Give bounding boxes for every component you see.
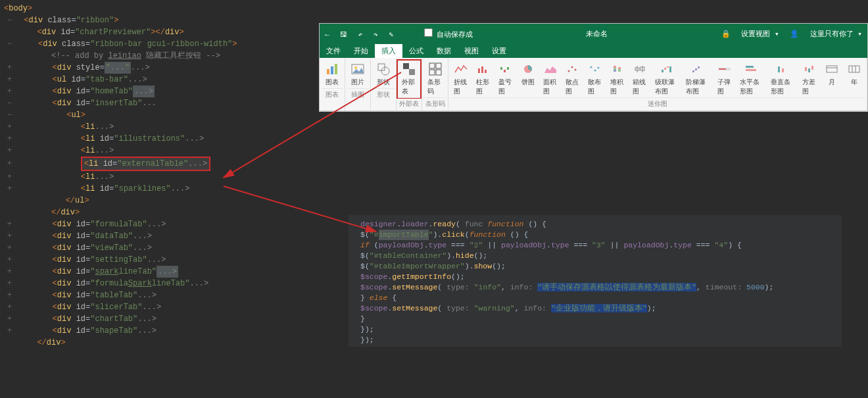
- svg-point-23: [590, 66, 592, 68]
- svg-rect-47: [782, 68, 784, 72]
- box-icon: [633, 62, 647, 76]
- svg-rect-2: [335, 64, 337, 74]
- svg-rect-29: [618, 67, 621, 69]
- ribbon-tab-1[interactable]: 开始: [347, 44, 375, 58]
- ribbon-item-bar-chart[interactable]: 图表: [321, 61, 343, 88]
- ribbon-item-label: 箱线图: [633, 78, 647, 96]
- ribbon-item-label: 外部表: [402, 78, 416, 96]
- col-icon: [476, 62, 491, 76]
- svg-rect-38: [669, 66, 671, 72]
- ribbon-item-hbar[interactable]: 水平条形图: [736, 61, 767, 97]
- ribbon-item-line[interactable]: 折线图: [450, 61, 472, 97]
- spreadsheet-ribbon: ← 🖫 ↶ ↷ ✎ 自动保存成 未命名 🔒 设置视图 ▾ 👤 这里只有你了 ▾ …: [319, 23, 868, 112]
- ribbon-group-label: 插图: [347, 88, 369, 100]
- svg-rect-11: [429, 70, 435, 75]
- ribbon-item-label: 级联瀑布图: [655, 78, 679, 96]
- redo-icon[interactable]: ↷: [374, 31, 378, 39]
- ribbon-item-pic[interactable]: 图片: [347, 61, 369, 88]
- ribbon-item-area[interactable]: 面积图: [539, 61, 562, 97]
- back-icon[interactable]: ←: [325, 31, 329, 39]
- vbar-icon: [775, 62, 790, 76]
- undo-icon[interactable]: ↶: [358, 31, 363, 39]
- var-icon: [802, 62, 817, 76]
- svg-rect-10: [436, 63, 441, 68]
- ribbon-tab-5[interactable]: 视图: [458, 44, 485, 58]
- svg-rect-53: [849, 66, 859, 72]
- save-icon[interactable]: 🖫: [340, 31, 347, 39]
- ribbon-item-ext[interactable]: 外部表: [398, 61, 420, 97]
- ribbon-item-barcode[interactable]: 条形码: [423, 61, 446, 97]
- svg-rect-18: [507, 67, 509, 70]
- bar-chart-icon: [325, 62, 339, 76]
- ribbon-item-box[interactable]: 箱线图: [629, 61, 651, 97]
- svg-rect-16: [500, 67, 502, 70]
- svg-point-4: [354, 66, 357, 69]
- external-table-line: <li id="externalTable"...>: [81, 157, 210, 171]
- ribbon-item-var[interactable]: 方差图: [798, 61, 821, 97]
- ribbon-item-col[interactable]: 柱形图: [472, 61, 494, 97]
- ribbon-item-wl[interactable]: 盈亏图: [494, 61, 517, 97]
- autosave-label: 自动保存成: [437, 31, 473, 39]
- ribbon-item-label: 垂直条形图: [771, 78, 794, 96]
- set-view-label[interactable]: 设置视图: [741, 30, 770, 38]
- paint-icon[interactable]: ✎: [389, 31, 393, 39]
- lock-icon: 🔒: [721, 30, 731, 38]
- ribbon-group-5: 折线图柱形图盈亏图饼图面积图散点图散布图堆积图箱线图级联瀑布图阶梯瀑布图子弹图水…: [448, 58, 867, 111]
- ribbon-item-stack[interactable]: 堆积图: [606, 61, 629, 97]
- ribbon-item-bullet[interactable]: 子弹图: [713, 61, 736, 97]
- svg-rect-39: [692, 70, 694, 72]
- ribbon-tab-4[interactable]: 数据: [430, 44, 458, 58]
- ribbon-item-label: 子弹图: [717, 78, 732, 96]
- ribbon-item-label: 年: [851, 78, 857, 87]
- ribbon-item-pie[interactable]: 饼图: [517, 61, 539, 97]
- ribbon-tab-3[interactable]: 公式: [402, 44, 430, 58]
- svg-rect-37: [667, 66, 669, 68]
- stack-icon: [610, 62, 625, 76]
- svg-rect-14: [481, 66, 483, 73]
- svg-point-6: [381, 67, 389, 75]
- ribbon-item-spread[interactable]: 散布图: [584, 61, 606, 97]
- svg-rect-13: [478, 68, 480, 73]
- svg-rect-26: [614, 66, 616, 68]
- hbar-icon: [744, 62, 759, 76]
- area-icon: [543, 62, 558, 76]
- document-title: 未命名: [486, 29, 708, 39]
- ribbon-item-year[interactable]: 年: [843, 61, 865, 97]
- ribbon-group-label: 迷你图: [450, 97, 865, 109]
- title-bar: ← 🖫 ↶ ↷ ✎ 自动保存成 未命名 🔒 设置视图 ▾ 👤 这里只有你了 ▾: [320, 24, 867, 43]
- ribbon-group-label: 形状: [372, 88, 395, 100]
- ribbon-tab-0[interactable]: 文件: [320, 44, 347, 58]
- ribbon-item-casc[interactable]: 级联瀑布图: [651, 61, 683, 97]
- ribbon-item-label: 散布图: [588, 78, 602, 96]
- ribbon-group-label: 外部表: [398, 97, 420, 109]
- ribbon-item-label: 折线图: [454, 78, 468, 96]
- ribbon-item-label: 月: [829, 78, 835, 87]
- ribbon-tab-2[interactable]: 插入: [375, 44, 402, 58]
- spread-icon: [588, 62, 602, 76]
- ribbon-item-label: 形状: [377, 78, 390, 87]
- js-code-panel: designer.loader.ready( func function () …: [349, 215, 842, 347]
- bullet-icon: [717, 62, 732, 76]
- autosave-checkbox[interactable]: [424, 28, 433, 37]
- ribbon-group-label: 条形码: [423, 97, 446, 109]
- ribbon-item-label: 散点图: [566, 78, 580, 96]
- ribbon-item-step[interactable]: 阶梯瀑布图: [682, 61, 713, 97]
- ribbon-body: 图表图表图片插图形状形状外部表外部表条形码条形码折线图柱形图盈亏图饼图面积图散点…: [320, 58, 867, 111]
- month-icon: [825, 62, 839, 76]
- pie-icon: [521, 62, 535, 76]
- left-code-panel: <body> − <div class="ribbon"> <div id="c…: [0, 0, 276, 398]
- ribbon-item-month[interactable]: 月: [821, 61, 843, 97]
- pic-icon: [350, 62, 365, 76]
- ribbon-item-label: 柱形图: [476, 78, 491, 96]
- svg-rect-28: [614, 70, 616, 72]
- svg-rect-15: [485, 70, 487, 73]
- ribbon-item-vbar[interactable]: 垂直条形图: [767, 61, 798, 97]
- shape-icon: [376, 62, 391, 76]
- svg-point-24: [594, 70, 596, 72]
- scatter-icon: [566, 62, 580, 76]
- ribbon-item-label: 饼图: [521, 78, 535, 87]
- ribbon-tab-6[interactable]: 设置: [485, 44, 513, 58]
- ribbon-item-shape[interactable]: 形状: [372, 61, 395, 88]
- ribbon-item-scatter[interactable]: 散点图: [562, 61, 584, 97]
- ribbon-group-4: 条形码条形码: [422, 58, 448, 111]
